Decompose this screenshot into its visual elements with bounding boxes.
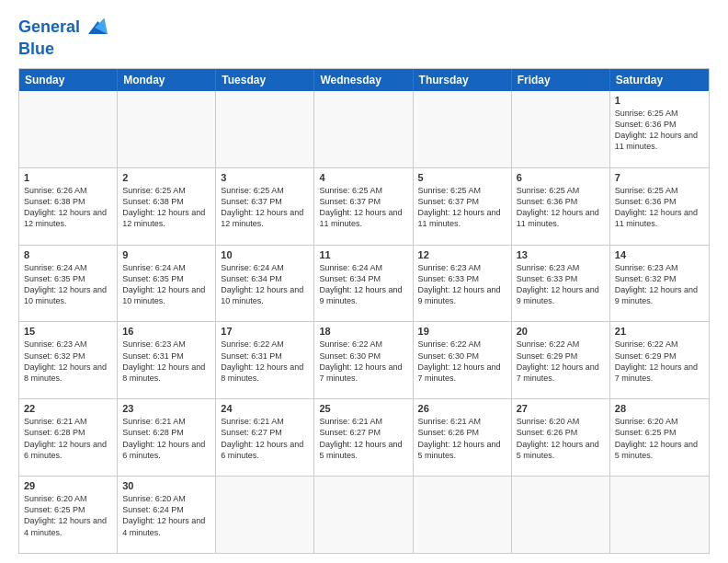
cell-info: Sunrise: 6:24 AM Sunset: 6:34 PM Dayligh… <box>319 262 407 307</box>
day-number: 5 <box>418 172 506 183</box>
cell-info: Sunrise: 6:20 AM Sunset: 6:25 PM Dayligh… <box>615 416 704 461</box>
logo-icon <box>82 15 108 40</box>
calendar-cell: 7 Sunrise: 6:25 AM Sunset: 6:36 PM Dayli… <box>610 168 709 245</box>
calendar-cell <box>216 91 314 167</box>
calendar-cell: 8 Sunrise: 6:24 AM Sunset: 6:35 PM Dayli… <box>19 246 118 322</box>
cell-info: Sunrise: 6:22 AM Sunset: 6:30 PM Dayligh… <box>418 339 506 384</box>
day-number: 9 <box>122 249 210 260</box>
calendar-cell <box>414 477 512 553</box>
calendar-week-1: 1 Sunrise: 6:25 AM Sunset: 6:36 PM Dayli… <box>19 91 709 167</box>
calendar-cell <box>414 91 512 167</box>
logo-text: General <box>18 18 80 37</box>
calendar-cell: 6 Sunrise: 6:25 AM Sunset: 6:36 PM Dayli… <box>512 168 610 245</box>
day-number: 23 <box>122 403 210 414</box>
cell-info: Sunrise: 6:24 AM Sunset: 6:34 PM Dayligh… <box>221 262 309 307</box>
calendar-cell <box>314 477 413 553</box>
cell-info: Sunrise: 6:23 AM Sunset: 6:33 PM Dayligh… <box>418 262 506 307</box>
logo-text-blue: Blue <box>18 40 108 59</box>
calendar-cell: 22 Sunrise: 6:21 AM Sunset: 6:28 PM Dayl… <box>19 399 118 476</box>
cell-info: Sunrise: 6:24 AM Sunset: 6:35 PM Dayligh… <box>122 262 210 307</box>
cell-info: Sunrise: 6:22 AM Sunset: 6:29 PM Dayligh… <box>615 339 704 384</box>
calendar-cell: 10 Sunrise: 6:24 AM Sunset: 6:34 PM Dayl… <box>216 246 314 322</box>
day-number: 15 <box>24 326 112 337</box>
day-number: 28 <box>615 403 704 414</box>
cell-info: Sunrise: 6:22 AM Sunset: 6:30 PM Dayligh… <box>319 339 407 384</box>
calendar-cell: 15 Sunrise: 6:23 AM Sunset: 6:32 PM Dayl… <box>19 322 118 398</box>
header-sunday: Sunday <box>19 69 118 91</box>
day-number: 1 <box>24 172 112 183</box>
cell-info: Sunrise: 6:21 AM Sunset: 6:27 PM Dayligh… <box>221 416 309 461</box>
calendar-week-3: 8 Sunrise: 6:24 AM Sunset: 6:35 PM Dayli… <box>19 245 709 322</box>
day-number: 27 <box>517 403 605 414</box>
calendar-cell: 24 Sunrise: 6:21 AM Sunset: 6:27 PM Dayl… <box>216 399 314 476</box>
day-number: 7 <box>615 172 704 183</box>
calendar-cell: 20 Sunrise: 6:22 AM Sunset: 6:29 PM Dayl… <box>512 322 610 398</box>
cell-info: Sunrise: 6:25 AM Sunset: 6:36 PM Dayligh… <box>615 185 704 230</box>
day-number: 3 <box>221 172 309 183</box>
day-number: 29 <box>24 480 112 491</box>
cell-info: Sunrise: 6:23 AM Sunset: 6:32 PM Dayligh… <box>615 262 704 307</box>
cell-info: Sunrise: 6:20 AM Sunset: 6:25 PM Dayligh… <box>24 493 112 538</box>
calendar-cell: 14 Sunrise: 6:23 AM Sunset: 6:32 PM Dayl… <box>610 246 709 322</box>
day-number: 1 <box>615 95 704 106</box>
day-number: 18 <box>319 326 407 337</box>
header-monday: Monday <box>118 69 216 91</box>
cell-info: Sunrise: 6:21 AM Sunset: 6:27 PM Dayligh… <box>319 416 407 461</box>
calendar-week-5: 22 Sunrise: 6:21 AM Sunset: 6:28 PM Dayl… <box>19 398 709 476</box>
day-number: 10 <box>221 249 309 260</box>
calendar-cell: 29 Sunrise: 6:20 AM Sunset: 6:25 PM Dayl… <box>19 477 118 553</box>
calendar-week-6: 29 Sunrise: 6:20 AM Sunset: 6:25 PM Dayl… <box>19 476 709 553</box>
calendar-cell: 1 Sunrise: 6:26 AM Sunset: 6:38 PM Dayli… <box>19 168 118 245</box>
calendar-cell: 18 Sunrise: 6:22 AM Sunset: 6:30 PM Dayl… <box>314 322 413 398</box>
cell-info: Sunrise: 6:25 AM Sunset: 6:38 PM Dayligh… <box>122 185 210 230</box>
calendar-cell <box>512 477 610 553</box>
calendar-cell: 4 Sunrise: 6:25 AM Sunset: 6:37 PM Dayli… <box>314 168 413 245</box>
calendar-cell <box>216 477 314 553</box>
day-number: 13 <box>517 249 605 260</box>
cell-info: Sunrise: 6:25 AM Sunset: 6:37 PM Dayligh… <box>418 185 506 230</box>
calendar-cell: 25 Sunrise: 6:21 AM Sunset: 6:27 PM Dayl… <box>314 399 413 476</box>
day-number: 8 <box>24 249 112 260</box>
day-number: 6 <box>517 172 605 183</box>
calendar-week-4: 15 Sunrise: 6:23 AM Sunset: 6:32 PM Dayl… <box>19 321 709 398</box>
calendar-cell: 30 Sunrise: 6:20 AM Sunset: 6:24 PM Dayl… <box>118 477 216 553</box>
header-thursday: Thursday <box>414 69 512 91</box>
header-saturday: Saturday <box>610 69 709 91</box>
calendar-cell <box>610 477 709 553</box>
calendar-cell: 1 Sunrise: 6:25 AM Sunset: 6:36 PM Dayli… <box>610 91 709 167</box>
calendar-cell: 11 Sunrise: 6:24 AM Sunset: 6:34 PM Dayl… <box>314 246 413 322</box>
cell-info: Sunrise: 6:24 AM Sunset: 6:35 PM Dayligh… <box>24 262 112 307</box>
cell-info: Sunrise: 6:22 AM Sunset: 6:31 PM Dayligh… <box>221 339 309 384</box>
header-wednesday: Wednesday <box>314 69 413 91</box>
cell-info: Sunrise: 6:20 AM Sunset: 6:24 PM Dayligh… <box>122 493 210 538</box>
calendar-cell: 23 Sunrise: 6:21 AM Sunset: 6:28 PM Dayl… <box>118 399 216 476</box>
cell-info: Sunrise: 6:21 AM Sunset: 6:26 PM Dayligh… <box>418 416 506 461</box>
calendar-week-2: 1 Sunrise: 6:26 AM Sunset: 6:38 PM Dayli… <box>19 167 709 245</box>
cell-info: Sunrise: 6:22 AM Sunset: 6:29 PM Dayligh… <box>517 339 605 384</box>
calendar-cell: 21 Sunrise: 6:22 AM Sunset: 6:29 PM Dayl… <box>610 322 709 398</box>
day-number: 30 <box>122 480 210 491</box>
day-number: 14 <box>615 249 704 260</box>
day-number: 24 <box>221 403 309 414</box>
header: General Blue <box>18 15 710 59</box>
logo: General Blue <box>18 15 108 59</box>
cell-info: Sunrise: 6:20 AM Sunset: 6:26 PM Dayligh… <box>517 416 605 461</box>
calendar-cell: 9 Sunrise: 6:24 AM Sunset: 6:35 PM Dayli… <box>118 246 216 322</box>
cell-info: Sunrise: 6:21 AM Sunset: 6:28 PM Dayligh… <box>122 416 210 461</box>
cell-info: Sunrise: 6:25 AM Sunset: 6:37 PM Dayligh… <box>319 185 407 230</box>
day-number: 2 <box>122 172 210 183</box>
calendar-cell: 26 Sunrise: 6:21 AM Sunset: 6:26 PM Dayl… <box>414 399 512 476</box>
day-number: 26 <box>418 403 506 414</box>
calendar-cell: 17 Sunrise: 6:22 AM Sunset: 6:31 PM Dayl… <box>216 322 314 398</box>
day-number: 4 <box>319 172 407 183</box>
cell-info: Sunrise: 6:21 AM Sunset: 6:28 PM Dayligh… <box>24 416 112 461</box>
calendar-header: Sunday Monday Tuesday Wednesday Thursday… <box>19 69 709 91</box>
calendar-cell: 28 Sunrise: 6:20 AM Sunset: 6:25 PM Dayl… <box>610 399 709 476</box>
day-number: 21 <box>615 326 704 337</box>
day-number: 12 <box>418 249 506 260</box>
cell-info: Sunrise: 6:25 AM Sunset: 6:36 PM Dayligh… <box>517 185 605 230</box>
header-friday: Friday <box>512 69 610 91</box>
day-number: 25 <box>319 403 407 414</box>
cell-info: Sunrise: 6:23 AM Sunset: 6:33 PM Dayligh… <box>517 262 605 307</box>
calendar-cell <box>512 91 610 167</box>
